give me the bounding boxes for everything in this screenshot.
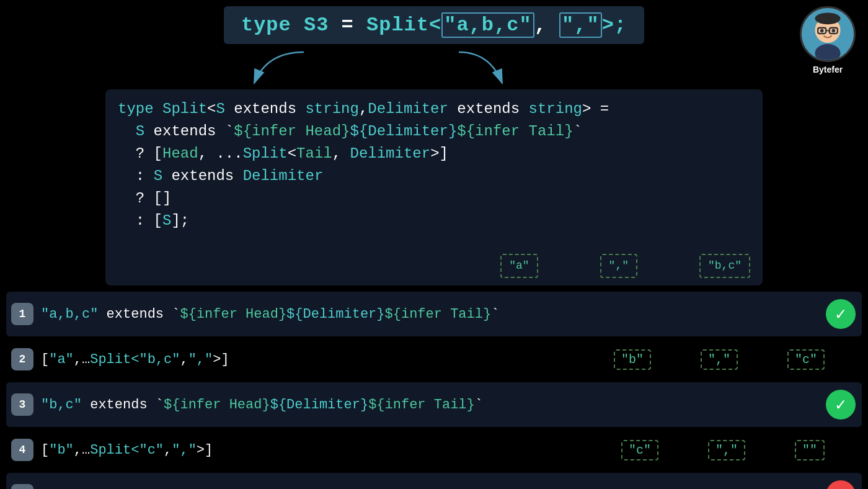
step-number-3: 3 [11,393,33,416]
step-row-3: 3 "b,c" extends `${infer Head}${Delimite… [6,382,862,427]
arrows-svg [93,49,775,89]
step2-box-c: "c" [787,349,825,370]
type-name: S3 [304,14,329,37]
step-content-2: ["a",…Split<"b,c",",">] [41,352,614,367]
x-icon-5: ✕ [826,480,856,489]
top-section: type S3 = Split<"a,b,c", ",">; type Spli… [0,6,868,292]
step-row-1: 1 "a,b,c" extends `${infer Head}${Delimi… [6,292,862,336]
code-block: type Split<S extends string,Delimiter ex… [105,89,763,285]
type-s3-box: type S3 = Split<"a,b,c", ",">; [224,6,644,44]
step4-box-c: "c" [621,440,658,460]
code-line-6: : [S]; "a" "," "b,c" [118,210,748,277]
step-number-4: 4 [11,439,33,461]
step2-box-b: "b" [614,349,651,370]
step-2-boxes: "b" "," "c" [614,349,825,370]
step-row-5: 5 "c" extends `${infer Head}${Delimiter}… [6,473,862,489]
step-number-1: 1 [11,303,33,325]
close-bracket: >; [602,14,627,37]
comma-sep: , [534,14,559,37]
type-s3-line: type S3 = Split<"a,b,c", ",">; [224,6,644,44]
arg1-box: "a,b,c" [441,12,534,38]
check-icon-3: ✓ [826,390,856,419]
step-number-5: 5 [11,484,33,489]
step2-box-comma: "," [701,349,738,370]
step-content-3: "b,c" extends `${infer Head}${Delimiter}… [41,397,826,413]
code-line-2: S extends `${infer Head}${Delimiter}${in… [118,120,748,143]
check-icon-1: ✓ [826,299,856,329]
step4-box-empty: "" [795,440,825,460]
step-4-boxes: "c" "," "" [621,440,825,460]
code-line-3: ? [Head, ...Split<Tail, Delimiter>] [118,143,748,165]
float-box-bc: "b,c" [699,254,750,278]
float-box-a: "a" [500,254,538,278]
arg2-box: "," [559,12,602,38]
code-line-4: : S extends Delimiter [118,165,748,187]
float-box-comma: "," [600,254,637,278]
step-row-4: 4 ["b",…Split<"c",",">] "c" "," "" [6,429,862,471]
step-content-1: "a,b,c" extends `${infer Head}${Delimite… [41,307,826,322]
split-func: Split< [366,14,441,37]
step-row-2: 2 ["a",…Split<"b,c",",">] "b" "," "c" [6,338,862,380]
main-container: Bytefer type S3 = Split<"a,b,c", ",">; [0,0,868,489]
code-line-5: ? [] [118,187,748,210]
step4-box-comma: "," [708,440,745,460]
equals-op: = [329,14,366,37]
type-keyword: type [241,14,304,37]
step-content-4: ["b",…Split<"c",",">] [41,442,621,458]
code-line-1: type Split<S extends string,Delimiter ex… [118,98,748,120]
step-number-2: 2 [11,348,33,370]
